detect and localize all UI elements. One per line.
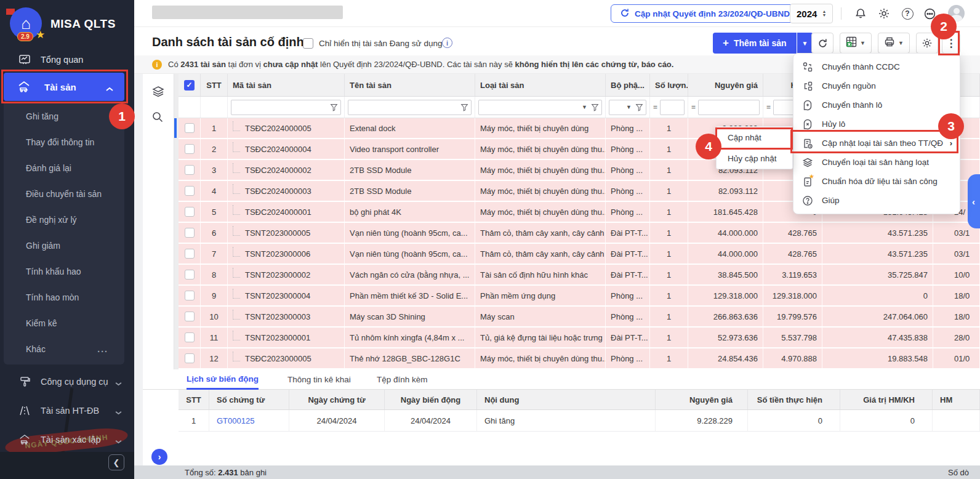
menu-item-chuyen-thanh-ccdc[interactable]: Chuyển thành CCDC [793,57,960,76]
filter-input-name[interactable] [348,100,472,115]
table-row[interactable]: 6 TSNT2023000005 Vạn niên tùng (hoành 95… [179,223,980,243]
update-decision-button[interactable]: Cập nhật Quyết định 23/2024/QĐ-UBND [611,4,799,23]
cell-code: TSĐC2024000001 [228,202,345,222]
cell-cost: 82.093.112 [688,181,763,201]
row-checkbox[interactable] [185,165,195,175]
menu-item-cap-nhat-loai-tai-san[interactable]: Cập nhật loại tài sản theo TT/QĐ › [793,134,960,153]
print-button[interactable]: ▼ [878,33,910,54]
column-header: STT [179,390,209,409]
cell-stt: 10 [201,307,228,326]
expand-panel-button[interactable]: › [151,449,167,465]
table-row[interactable]: 8 TSNT2023000002 Vách ngăn có cửa (bằng … [179,265,980,284]
column-header[interactable]: STT [201,74,228,96]
menu-item-giup[interactable]: Giúp [793,191,960,210]
menu-item-chuyen-loai-hang-loat[interactable]: Chuyển loại tài sản hàng loạt [793,153,960,172]
table-row[interactable]: 9 TSNT2023000004 Phần mềm thiết kế 3D - … [179,286,980,305]
row-checkbox[interactable] [185,123,195,133]
funnel-icon[interactable] [330,103,338,111]
column-header[interactable]: Số lượn... [650,74,688,96]
filter-select-type[interactable]: ▼ [478,100,602,115]
menu-item-chuan-hoa-du-lieu[interactable]: ★ Chuẩn hóa dữ liệu tài sản công [793,172,960,191]
funnel-icon[interactable] [635,103,643,111]
tab-tep-dinh-kem[interactable]: Tệp đính kèm [377,369,428,390]
assets-icon [17,80,31,94]
cell-stt: 6 [201,223,228,243]
cell-name: Tủ nhôm kính xingfa (4,84m x ... [345,328,475,347]
more-dots-icon[interactable]: ... [97,344,108,354]
notification-bell-icon[interactable] [853,6,868,21]
add-asset-dropdown[interactable]: ▼ [797,33,813,54]
sidebar-subitem[interactable]: Ghi giảm [4,233,124,259]
row-checkbox[interactable] [185,291,195,300]
tree-handle-icon [233,310,240,320]
cell-code: TSNT2023000003 [228,307,345,326]
sidebar-subitem[interactable]: Thay đổi thông tin [4,129,124,155]
update-submenu: Cập nhật Hủy cập nhật [716,126,793,169]
sidebar-subitem[interactable]: Điều chuyển tài sản [4,181,124,207]
cell-stt: 7 [201,244,228,264]
table-row[interactable]: 12 TSĐC2023000005 Thẻ nhớ 128GB_SBC-128G… [179,348,980,368]
submenu-item-huy-cap-nhat[interactable]: Hủy cập nhật [717,148,792,169]
filter-input-cost[interactable] [698,100,760,115]
row-checkbox[interactable] [185,353,195,363]
sidebar-item-tong-quan[interactable]: Tổng quan [0,48,134,71]
row-checkbox[interactable] [185,312,195,321]
sidebar-item-tai-san-xac-lap[interactable]: Tài sản xác lập [0,427,134,452]
submenu-item-cap-nhat[interactable]: Cập nhật [717,127,792,148]
row-checkbox[interactable] [185,228,195,238]
menu-item-huy-lo[interactable]: Hủy lô [793,115,960,134]
sidebar-subitem[interactable]: Tính khấu hao [4,259,124,284]
row-checkbox[interactable] [185,207,195,217]
refresh-button[interactable] [811,33,833,54]
row-checkbox[interactable] [185,270,195,280]
spinner-arrows-icon[interactable]: ▲▼ [822,10,826,17]
export-excel-button[interactable]: ▼ [840,33,872,54]
add-asset-button[interactable]: +Thêm tài sản ▼ [713,33,813,54]
row-checkbox[interactable] [185,249,195,259]
sidebar-item-tai-san-ht-db[interactable]: Tài sản HT-ĐB [0,398,134,423]
sidebar-subitem[interactable]: Khác... [4,336,124,362]
table-row[interactable]: 11 TSNT2023000001 Tủ nhôm kính xingfa (4… [179,328,980,347]
sidebar-collapse-button[interactable]: ❮ [108,454,124,470]
column-header[interactable]: Mã tài sản [228,74,345,96]
history-row[interactable]: 1 GT000125 24/04/2024 24/04/2024 Ghi tăn… [179,410,980,432]
row-checkbox[interactable] [185,332,195,342]
sidebar-item-cong-cu-dung-cu[interactable]: Công cụ dụng cụ [0,369,134,394]
sidebar-subitem[interactable]: Ghi tăng [4,103,124,129]
column-header[interactable]: Tên tài sản [345,74,475,96]
tab-thong-tin-ke-khai[interactable]: Thông tin kê khai [287,369,351,390]
help-icon[interactable]: ? [900,6,915,21]
layers-icon[interactable] [151,85,165,101]
document-link[interactable]: GT000125 [217,416,254,425]
column-header[interactable]: Bộ phậ... [606,74,650,96]
filter-input-qty[interactable] [660,100,685,115]
side-panel-handle[interactable]: ‹ [968,174,980,228]
sidebar-subitem[interactable]: Tính hao mòn [4,284,124,310]
only-in-use-checkbox[interactable] [303,38,313,49]
table-row[interactable]: 7 TSNT2023000006 Vạn niên tùng (hoành 95… [179,244,980,264]
cell-name: 2TB SSD Module [345,160,475,180]
row-checkbox[interactable] [185,186,195,196]
sidebar-subitem[interactable]: Đề nghị xử lý [4,207,124,233]
select-all-checkbox[interactable]: ✓ [184,80,195,91]
only-in-use-label: Chỉ hiển thị tài sản Đang sử dụng [319,39,442,48]
menu-item-chuyen-nguon[interactable]: Chuyển nguồn [793,76,960,95]
sidebar-item-tai-san[interactable]: Tài sản [4,73,124,101]
tab-lich-su-bien-dong[interactable]: Lịch sử biến động [187,369,259,390]
filter-input-code[interactable] [231,100,341,115]
funnel-icon[interactable] [591,103,599,111]
column-header[interactable]: Nguyên giá [688,74,763,96]
row-checkbox[interactable] [185,144,195,154]
star-decoration: ★ [36,28,45,41]
year-selector[interactable]: 2024 ▲▼ [790,4,833,23]
excel-icon [846,36,857,50]
filter-select-dept[interactable]: ▼ [609,100,646,115]
table-row[interactable]: 10 TSNT2023000003 Máy scan 3D Shining Má… [179,307,980,326]
sidebar-subitem[interactable]: Đánh giá lại [4,155,124,181]
column-header[interactable]: Loại tài sản [475,74,606,96]
settings-gear-icon[interactable] [877,6,891,21]
menu-item-chuyen-thanh-lo[interactable]: Chuyển thành lô [793,95,960,115]
sidebar-subitem[interactable]: Kiểm kê [4,310,124,336]
search-icon[interactable] [151,111,164,126]
funnel-icon[interactable] [460,103,468,111]
